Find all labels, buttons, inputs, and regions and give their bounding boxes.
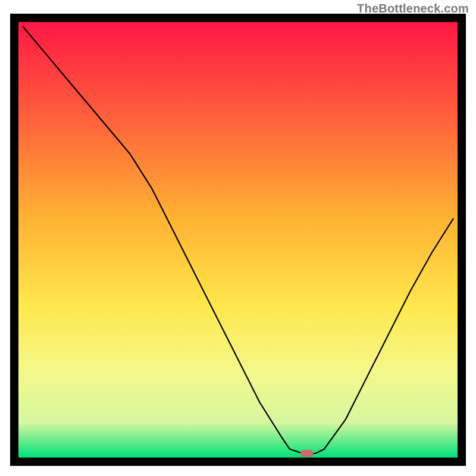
optimal-marker — [300, 450, 314, 457]
chart-background — [18, 22, 458, 458]
bottleneck-chart — [0, 0, 476, 476]
watermark-text: TheBottleneck.com — [357, 2, 469, 14]
